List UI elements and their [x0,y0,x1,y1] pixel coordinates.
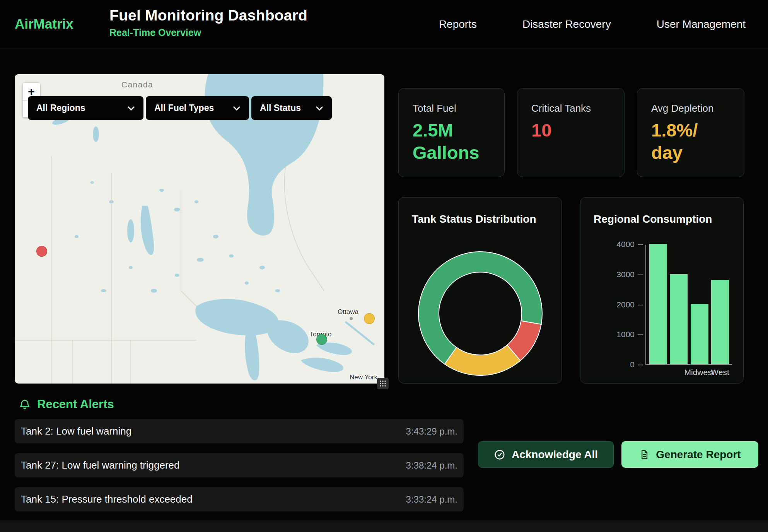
y-tick-mark [638,305,643,305]
alert-time: 3:38:24 p.m. [406,460,457,471]
map-base: Canada Ottawa Toronto New York [15,74,384,384]
filter-regions-value: All Regions [36,103,85,113]
footer-strip [0,520,768,532]
fuel-monitoring-dashboard: AirMatrix Fuel Monitoring Dashboard Real… [0,0,768,532]
nav-item-reports[interactable]: Reports [439,18,477,31]
alert-message: Tank 15: Pressure threshold exceeded [21,493,193,505]
bar-1 [670,274,688,364]
filter-status-select[interactable]: All Status [251,96,332,120]
stat-label: Avg Depletion [651,102,730,114]
document-icon [639,449,650,460]
y-tick-label: 4000 [600,240,635,249]
map-filters: All Regions All Fuel Types All Status [28,96,332,120]
bar-0 [649,244,667,364]
generate-report-label: Generate Report [656,448,741,461]
y-tick-label: 1000 [600,330,635,339]
title-block: Fuel Monitoring Dashboard Real-Time Over… [109,7,307,38]
alert-time: 3:33:24 p.m. [406,494,457,505]
chevron-down-icon [127,106,135,111]
map-label-ottawa: Ottawa [338,308,358,315]
resize-handle[interactable] [377,378,389,389]
stat-value: 10 [531,119,609,142]
regional-categories: MidwestWest [645,368,732,377]
bar-3 [711,280,729,364]
alert-message: Tank 27: Low fuel warning triggered [21,459,179,471]
main-nav: Reports Disaster Recovery User Managemen… [439,0,746,48]
chevron-down-icon [316,106,323,111]
map-label-new-york: New York [350,373,377,381]
y-tick-mark [638,334,643,335]
map-marker-warning[interactable] [364,313,375,324]
stat-value: 1.8%/ day [651,119,729,164]
regional-consumption-card: Regional Consumption 01000200030004000 M… [580,197,744,384]
filter-fuel-types-value: All Fuel Types [154,103,214,113]
donut-segment-warning [445,345,521,375]
tank-map[interactable]: Canada Ottawa Toronto New York + − All R… [15,74,384,384]
alert-row[interactable]: Tank 27: Low fuel warning triggered 3:38… [15,453,464,477]
chart-title: Tank Status Distribution [412,213,536,225]
bar-category-label [649,368,666,377]
y-tick-mark [638,365,643,365]
ottawa-city-dot [350,317,353,320]
regional-yticks: 01000200030004000 [580,245,645,365]
stat-card-avg-depletion: Avg Depletion 1.8%/ day [637,88,744,177]
page-title: Fuel Monitoring Dashboard [109,7,307,24]
tank-status-donut [413,247,547,380]
header: AirMatrix Fuel Monitoring Dashboard Real… [0,0,768,48]
nav-item-disaster-recovery[interactable]: Disaster Recovery [522,18,611,31]
alert-time: 3:43:29 p.m. [406,426,457,437]
stat-label: Total Fuel [413,102,490,114]
chart-title: Regional Consumption [594,213,712,225]
alert-row[interactable]: Tank 15: Pressure threshold exceeded 3:3… [15,487,464,512]
acknowledge-all-button[interactable]: Acknowledge All [478,441,614,468]
chevron-down-icon [233,106,241,111]
brand-logo[interactable]: AirMatrix [15,16,73,32]
map-marker-normal[interactable] [316,334,327,345]
stat-card-critical-tanks: Critical Tanks 10 [517,88,625,177]
bar-category-label: Midwest [690,368,708,377]
grip-dots-icon [379,380,386,387]
filter-status-value: All Status [260,103,301,113]
bar-2 [691,304,708,364]
recent-alerts-header: Recent Alerts [19,397,114,411]
y-tick-label: 2000 [600,300,635,309]
stat-label: Critical Tanks [531,102,610,114]
page-subtitle: Real-Time Overview [109,27,307,38]
map-marker-critical[interactable] [36,246,47,257]
bell-icon [19,398,31,411]
bar-category-label: West [711,368,729,377]
acknowledge-all-label: Acknowledge All [512,448,598,461]
alert-row[interactable]: Tank 2: Low fuel warning 3:43:29 p.m. [15,419,464,443]
recent-alerts-title: Recent Alerts [37,397,114,411]
y-tick-label: 0 [600,360,635,369]
tank-status-card: Tank Status Distribution [398,197,562,384]
generate-report-button[interactable]: Generate Report [621,441,758,468]
stat-card-total-fuel: Total Fuel 2.5M Gallons [398,88,505,177]
stat-value: 2.5M Gallons [413,119,490,164]
map-label-canada: Canada [121,80,154,89]
nav-item-user-management[interactable]: User Management [657,18,746,31]
y-tick-label: 3000 [600,270,635,279]
filter-fuel-types-select[interactable]: All Fuel Types [146,96,249,120]
y-tick-mark [638,244,643,245]
y-tick-mark [638,275,643,275]
alert-message: Tank 2: Low fuel warning [21,425,131,437]
check-circle-icon [494,449,505,460]
regional-bars [645,245,732,365]
filter-regions-select[interactable]: All Regions [28,96,143,120]
